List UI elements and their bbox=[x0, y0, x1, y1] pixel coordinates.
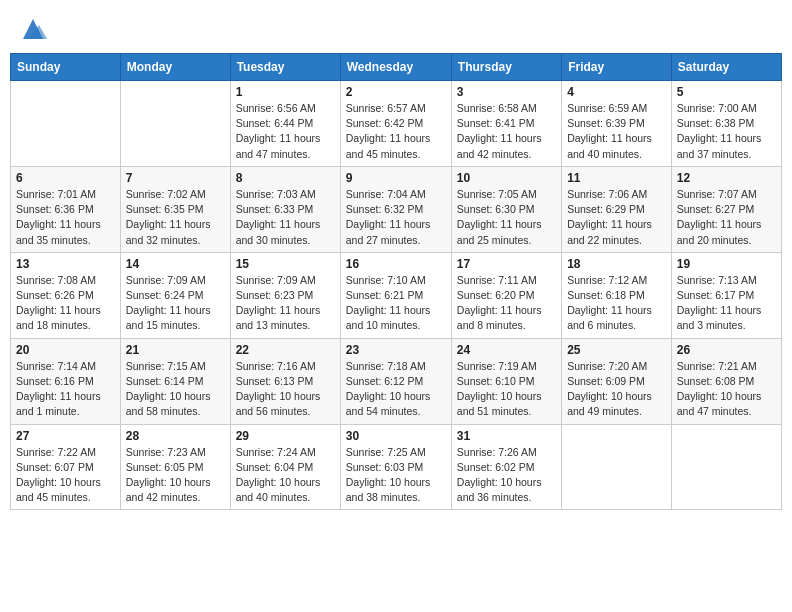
day-number: 11 bbox=[567, 171, 666, 185]
day-info: Sunrise: 7:20 AM Sunset: 6:09 PM Dayligh… bbox=[567, 359, 666, 420]
calendar-cell: 22Sunrise: 7:16 AM Sunset: 6:13 PM Dayli… bbox=[230, 338, 340, 424]
day-number: 26 bbox=[677, 343, 776, 357]
calendar-cell: 19Sunrise: 7:13 AM Sunset: 6:17 PM Dayli… bbox=[671, 252, 781, 338]
page-header bbox=[10, 10, 782, 43]
day-info: Sunrise: 7:23 AM Sunset: 6:05 PM Dayligh… bbox=[126, 445, 225, 506]
calendar-cell: 28Sunrise: 7:23 AM Sunset: 6:05 PM Dayli… bbox=[120, 424, 230, 510]
day-info: Sunrise: 7:08 AM Sunset: 6:26 PM Dayligh… bbox=[16, 273, 115, 334]
calendar-cell: 21Sunrise: 7:15 AM Sunset: 6:14 PM Dayli… bbox=[120, 338, 230, 424]
day-number: 29 bbox=[236, 429, 335, 443]
day-number: 22 bbox=[236, 343, 335, 357]
day-info: Sunrise: 7:10 AM Sunset: 6:21 PM Dayligh… bbox=[346, 273, 446, 334]
day-info: Sunrise: 7:12 AM Sunset: 6:18 PM Dayligh… bbox=[567, 273, 666, 334]
column-header-wednesday: Wednesday bbox=[340, 54, 451, 81]
calendar-cell: 10Sunrise: 7:05 AM Sunset: 6:30 PM Dayli… bbox=[451, 166, 561, 252]
day-info: Sunrise: 7:06 AM Sunset: 6:29 PM Dayligh… bbox=[567, 187, 666, 248]
day-number: 10 bbox=[457, 171, 556, 185]
day-number: 27 bbox=[16, 429, 115, 443]
calendar-cell: 11Sunrise: 7:06 AM Sunset: 6:29 PM Dayli… bbox=[562, 166, 672, 252]
calendar-cell bbox=[562, 424, 672, 510]
calendar-cell: 1Sunrise: 6:56 AM Sunset: 6:44 PM Daylig… bbox=[230, 81, 340, 167]
day-info: Sunrise: 6:58 AM Sunset: 6:41 PM Dayligh… bbox=[457, 101, 556, 162]
column-header-saturday: Saturday bbox=[671, 54, 781, 81]
column-header-monday: Monday bbox=[120, 54, 230, 81]
day-number: 15 bbox=[236, 257, 335, 271]
day-number: 7 bbox=[126, 171, 225, 185]
day-info: Sunrise: 7:14 AM Sunset: 6:16 PM Dayligh… bbox=[16, 359, 115, 420]
day-number: 5 bbox=[677, 85, 776, 99]
day-number: 9 bbox=[346, 171, 446, 185]
calendar-cell: 31Sunrise: 7:26 AM Sunset: 6:02 PM Dayli… bbox=[451, 424, 561, 510]
day-number: 16 bbox=[346, 257, 446, 271]
day-info: Sunrise: 7:22 AM Sunset: 6:07 PM Dayligh… bbox=[16, 445, 115, 506]
day-info: Sunrise: 7:18 AM Sunset: 6:12 PM Dayligh… bbox=[346, 359, 446, 420]
calendar-cell: 8Sunrise: 7:03 AM Sunset: 6:33 PM Daylig… bbox=[230, 166, 340, 252]
calendar-header-row: SundayMondayTuesdayWednesdayThursdayFrid… bbox=[11, 54, 782, 81]
day-info: Sunrise: 7:07 AM Sunset: 6:27 PM Dayligh… bbox=[677, 187, 776, 248]
calendar-cell: 15Sunrise: 7:09 AM Sunset: 6:23 PM Dayli… bbox=[230, 252, 340, 338]
calendar-cell bbox=[120, 81, 230, 167]
calendar-cell bbox=[11, 81, 121, 167]
day-info: Sunrise: 7:11 AM Sunset: 6:20 PM Dayligh… bbox=[457, 273, 556, 334]
calendar-cell: 18Sunrise: 7:12 AM Sunset: 6:18 PM Dayli… bbox=[562, 252, 672, 338]
calendar-cell: 2Sunrise: 6:57 AM Sunset: 6:42 PM Daylig… bbox=[340, 81, 451, 167]
calendar-cell: 24Sunrise: 7:19 AM Sunset: 6:10 PM Dayli… bbox=[451, 338, 561, 424]
day-info: Sunrise: 7:03 AM Sunset: 6:33 PM Dayligh… bbox=[236, 187, 335, 248]
day-info: Sunrise: 7:19 AM Sunset: 6:10 PM Dayligh… bbox=[457, 359, 556, 420]
logo-icon bbox=[19, 15, 47, 43]
day-number: 17 bbox=[457, 257, 556, 271]
day-number: 13 bbox=[16, 257, 115, 271]
day-number: 28 bbox=[126, 429, 225, 443]
column-header-friday: Friday bbox=[562, 54, 672, 81]
day-info: Sunrise: 7:26 AM Sunset: 6:02 PM Dayligh… bbox=[457, 445, 556, 506]
day-info: Sunrise: 6:57 AM Sunset: 6:42 PM Dayligh… bbox=[346, 101, 446, 162]
calendar-cell: 3Sunrise: 6:58 AM Sunset: 6:41 PM Daylig… bbox=[451, 81, 561, 167]
day-info: Sunrise: 7:13 AM Sunset: 6:17 PM Dayligh… bbox=[677, 273, 776, 334]
calendar-cell: 25Sunrise: 7:20 AM Sunset: 6:09 PM Dayli… bbox=[562, 338, 672, 424]
calendar-cell: 12Sunrise: 7:07 AM Sunset: 6:27 PM Dayli… bbox=[671, 166, 781, 252]
calendar-cell: 17Sunrise: 7:11 AM Sunset: 6:20 PM Dayli… bbox=[451, 252, 561, 338]
calendar-cell: 23Sunrise: 7:18 AM Sunset: 6:12 PM Dayli… bbox=[340, 338, 451, 424]
calendar-cell: 20Sunrise: 7:14 AM Sunset: 6:16 PM Dayli… bbox=[11, 338, 121, 424]
day-number: 4 bbox=[567, 85, 666, 99]
calendar-week-row: 1Sunrise: 6:56 AM Sunset: 6:44 PM Daylig… bbox=[11, 81, 782, 167]
day-number: 20 bbox=[16, 343, 115, 357]
logo bbox=[15, 15, 47, 43]
calendar-cell: 30Sunrise: 7:25 AM Sunset: 6:03 PM Dayli… bbox=[340, 424, 451, 510]
calendar-cell: 26Sunrise: 7:21 AM Sunset: 6:08 PM Dayli… bbox=[671, 338, 781, 424]
calendar-cell: 9Sunrise: 7:04 AM Sunset: 6:32 PM Daylig… bbox=[340, 166, 451, 252]
day-number: 25 bbox=[567, 343, 666, 357]
day-number: 30 bbox=[346, 429, 446, 443]
calendar-week-row: 27Sunrise: 7:22 AM Sunset: 6:07 PM Dayli… bbox=[11, 424, 782, 510]
day-number: 14 bbox=[126, 257, 225, 271]
calendar-table: SundayMondayTuesdayWednesdayThursdayFrid… bbox=[10, 53, 782, 510]
day-info: Sunrise: 7:00 AM Sunset: 6:38 PM Dayligh… bbox=[677, 101, 776, 162]
calendar-cell: 27Sunrise: 7:22 AM Sunset: 6:07 PM Dayli… bbox=[11, 424, 121, 510]
calendar-week-row: 6Sunrise: 7:01 AM Sunset: 6:36 PM Daylig… bbox=[11, 166, 782, 252]
day-number: 2 bbox=[346, 85, 446, 99]
calendar-cell: 13Sunrise: 7:08 AM Sunset: 6:26 PM Dayli… bbox=[11, 252, 121, 338]
day-info: Sunrise: 7:05 AM Sunset: 6:30 PM Dayligh… bbox=[457, 187, 556, 248]
calendar-cell: 16Sunrise: 7:10 AM Sunset: 6:21 PM Dayli… bbox=[340, 252, 451, 338]
day-number: 24 bbox=[457, 343, 556, 357]
day-info: Sunrise: 7:04 AM Sunset: 6:32 PM Dayligh… bbox=[346, 187, 446, 248]
day-number: 6 bbox=[16, 171, 115, 185]
day-number: 23 bbox=[346, 343, 446, 357]
calendar-cell: 4Sunrise: 6:59 AM Sunset: 6:39 PM Daylig… bbox=[562, 81, 672, 167]
day-info: Sunrise: 7:09 AM Sunset: 6:23 PM Dayligh… bbox=[236, 273, 335, 334]
day-info: Sunrise: 7:25 AM Sunset: 6:03 PM Dayligh… bbox=[346, 445, 446, 506]
day-info: Sunrise: 7:16 AM Sunset: 6:13 PM Dayligh… bbox=[236, 359, 335, 420]
calendar-cell: 6Sunrise: 7:01 AM Sunset: 6:36 PM Daylig… bbox=[11, 166, 121, 252]
calendar-week-row: 20Sunrise: 7:14 AM Sunset: 6:16 PM Dayli… bbox=[11, 338, 782, 424]
day-info: Sunrise: 7:24 AM Sunset: 6:04 PM Dayligh… bbox=[236, 445, 335, 506]
column-header-tuesday: Tuesday bbox=[230, 54, 340, 81]
calendar-cell: 29Sunrise: 7:24 AM Sunset: 6:04 PM Dayli… bbox=[230, 424, 340, 510]
day-info: Sunrise: 7:09 AM Sunset: 6:24 PM Dayligh… bbox=[126, 273, 225, 334]
day-info: Sunrise: 7:02 AM Sunset: 6:35 PM Dayligh… bbox=[126, 187, 225, 248]
calendar-week-row: 13Sunrise: 7:08 AM Sunset: 6:26 PM Dayli… bbox=[11, 252, 782, 338]
calendar-cell bbox=[671, 424, 781, 510]
day-info: Sunrise: 6:59 AM Sunset: 6:39 PM Dayligh… bbox=[567, 101, 666, 162]
day-number: 1 bbox=[236, 85, 335, 99]
calendar-cell: 5Sunrise: 7:00 AM Sunset: 6:38 PM Daylig… bbox=[671, 81, 781, 167]
day-number: 12 bbox=[677, 171, 776, 185]
